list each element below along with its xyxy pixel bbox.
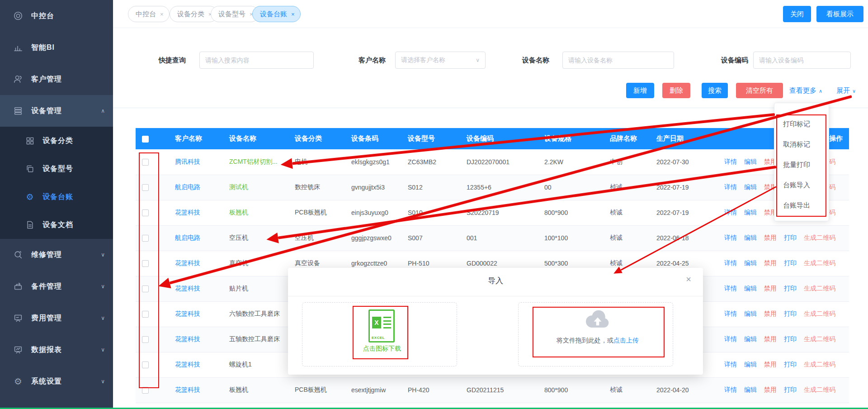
close-icon[interactable]: ×	[160, 11, 164, 18]
customer-link[interactable]: 腾讯科技	[175, 158, 200, 165]
disable-link[interactable]: 禁用	[764, 361, 777, 369]
disable-link[interactable]: 禁用	[764, 335, 777, 343]
edit-link[interactable]: 编辑	[744, 259, 757, 267]
menu-item-ledger-export[interactable]: 台账导出	[774, 195, 829, 215]
customer-link[interactable]: 花篮科技	[175, 209, 200, 216]
device-name-link[interactable]: 板翘机	[229, 209, 248, 216]
sidebar-item-expense[interactable]: 费用管理 ∨	[0, 302, 113, 334]
generate-qr-link[interactable]: 生成二维码	[804, 234, 835, 242]
edit-link[interactable]: 编辑	[744, 209, 757, 217]
sidebar-item-device-category[interactable]: 设备分类	[0, 127, 113, 155]
row-checkbox[interactable]	[142, 209, 149, 216]
add-button[interactable]: 新增	[626, 83, 654, 98]
edit-link[interactable]: 编辑	[744, 361, 757, 369]
device-name-link[interactable]: 螺旋机1	[229, 361, 252, 368]
customer-link[interactable]: 花篮科技	[175, 285, 200, 292]
detail-link[interactable]: 详情	[724, 386, 737, 394]
customer-link[interactable]: 航启电路	[175, 183, 200, 190]
sidebar-item-spare-parts[interactable]: 备件管理 ∨	[0, 271, 113, 302]
clear-all-button[interactable]: 清空所有	[736, 83, 783, 98]
board-display-button[interactable]: 看板展示	[816, 6, 863, 22]
quick-search-input[interactable]	[199, 52, 314, 69]
detail-link[interactable]: 详情	[724, 335, 737, 343]
detail-link[interactable]: 详情	[724, 361, 737, 369]
detail-link[interactable]: 详情	[724, 310, 737, 318]
detail-link[interactable]: 详情	[724, 183, 737, 191]
generate-qr-link[interactable]: 生成二维码	[804, 259, 835, 267]
customer-name-select[interactable]: 请选择客户名称 ∨	[395, 52, 486, 69]
device-name-link[interactable]: 五轴数控工具磨床	[229, 335, 280, 342]
sidebar-item-device-doc[interactable]: 设备文档	[0, 211, 113, 239]
excel-file-icon[interactable]: X EXCEL	[368, 309, 395, 342]
sidebar-item-settings[interactable]: ⚙ 系统设置 ∨	[0, 366, 113, 397]
print-link[interactable]: 打印	[784, 361, 797, 369]
print-link[interactable]: 打印	[784, 285, 797, 293]
close-page-button[interactable]: 关闭	[783, 6, 811, 22]
sidebar-item-devices[interactable]: 设备管理 ∧	[0, 95, 113, 127]
row-checkbox[interactable]	[142, 235, 149, 242]
print-link[interactable]: 打印	[784, 335, 797, 343]
print-link[interactable]: 打印	[784, 386, 797, 394]
detail-link[interactable]: 详情	[724, 234, 737, 242]
generate-qr-link[interactable]: 生成二维码	[804, 285, 835, 293]
customer-link[interactable]: 花篮科技	[175, 335, 200, 342]
detail-link[interactable]: 详情	[724, 209, 737, 217]
tab-device-ledger[interactable]: 设备台账 ×	[252, 6, 301, 22]
customer-link[interactable]: 花篮科技	[175, 386, 200, 393]
row-checkbox[interactable]	[142, 311, 149, 318]
menu-item-print-mark[interactable]: 打印标记	[774, 114, 829, 134]
menu-item-batch-print[interactable]: 批量打印	[774, 154, 829, 175]
delete-button[interactable]: 删除	[662, 83, 690, 98]
detail-link[interactable]: 详情	[724, 158, 737, 166]
edit-link[interactable]: 编辑	[744, 234, 757, 242]
view-more-link[interactable]: 查看更多∧	[789, 86, 822, 95]
detail-link[interactable]: 详情	[724, 285, 737, 293]
download-template-link[interactable]: 点击图标下载	[341, 345, 423, 353]
row-checkbox[interactable]	[142, 260, 149, 267]
disable-link[interactable]: 禁用	[764, 285, 777, 293]
close-icon[interactable]: ×	[686, 274, 691, 285]
select-all-checkbox[interactable]	[142, 136, 149, 143]
expand-link[interactable]: 展开∨	[836, 86, 856, 95]
edit-link[interactable]: 编辑	[744, 335, 757, 343]
disable-link[interactable]: 禁用	[764, 259, 777, 267]
edit-link[interactable]: 编辑	[744, 158, 757, 166]
device-name-link[interactable]: ZCMT铝材切割...	[229, 158, 278, 165]
menu-item-cancel-mark[interactable]: 取消标记	[774, 134, 829, 154]
edit-link[interactable]: 编辑	[744, 310, 757, 318]
row-checkbox[interactable]	[142, 285, 149, 292]
row-checkbox[interactable]	[142, 184, 149, 191]
sidebar-item-repair[interactable]: 维修管理 ∨	[0, 239, 113, 271]
disable-link[interactable]: 禁用	[764, 234, 777, 242]
customer-link[interactable]: 花篮科技	[175, 310, 200, 317]
device-name-link[interactable]: 六轴数控工具磨床	[229, 310, 280, 317]
disable-link[interactable]: 禁用	[764, 386, 777, 394]
search-button[interactable]: 搜索	[702, 83, 728, 98]
device-code-input[interactable]	[753, 52, 851, 69]
edit-link[interactable]: 编辑	[744, 183, 757, 191]
sidebar-item-reports[interactable]: 数据报表 ∨	[0, 334, 113, 366]
sidebar-item-device-ledger[interactable]: ⚙ 设备台账	[0, 183, 113, 211]
close-icon[interactable]: ×	[291, 11, 295, 18]
row-checkbox[interactable]	[142, 159, 149, 166]
edit-link[interactable]: 编辑	[744, 386, 757, 394]
print-link[interactable]: 打印	[784, 310, 797, 318]
edit-link[interactable]: 编辑	[744, 285, 757, 293]
generate-qr-link[interactable]: 生成二维码	[804, 335, 835, 343]
detail-link[interactable]: 详情	[724, 259, 737, 267]
tab-console[interactable]: 中控台 ×	[128, 6, 170, 22]
customer-link[interactable]: 花篮科技	[175, 361, 200, 368]
tab-device-model[interactable]: 设备型号 ×	[211, 6, 259, 22]
print-link[interactable]: 打印	[784, 234, 797, 242]
generate-qr-link[interactable]: 生成二维码	[804, 361, 835, 369]
sidebar-item-device-model[interactable]: 设备型号	[0, 155, 113, 183]
row-checkbox[interactable]	[142, 336, 149, 343]
generate-qr-link[interactable]: 生成二维码	[804, 386, 835, 394]
row-checkbox[interactable]	[142, 387, 149, 394]
menu-item-ledger-import[interactable]: 台账导入	[774, 175, 829, 195]
generate-qr-link[interactable]: 生成二维码	[804, 310, 835, 318]
device-name-link[interactable]: 板翘机	[229, 386, 248, 393]
customer-link[interactable]: 花篮科技	[175, 259, 200, 266]
sidebar-item-customers[interactable]: 客户管理	[0, 63, 113, 95]
sidebar-item-console[interactable]: 中控台	[0, 0, 113, 32]
